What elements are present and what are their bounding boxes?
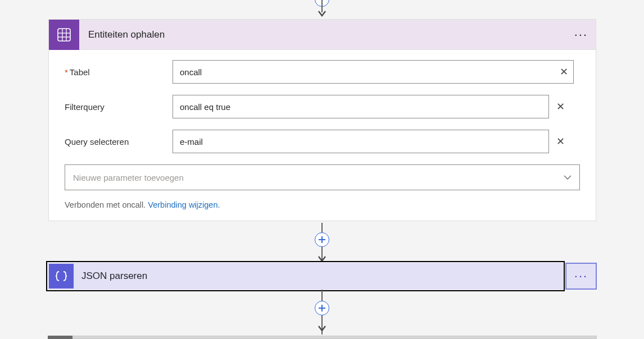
next-action-card-top[interactable] [48,336,597,339]
json-icon [49,264,74,288]
clear-icon[interactable] [560,66,568,78]
field-row-filterquery: Filterquery [65,95,580,118]
connection-status: Verbonden met oncall. Verbinding wijzige… [65,200,580,209]
selectquery-input[interactable] [173,130,549,153]
tabel-input[interactable] [173,60,574,84]
add-parameter-placeholder: Nieuwe parameter toevoegen [73,173,184,182]
field-label: *Tabel [65,67,173,77]
action-header[interactable]: JSON parseren [48,263,563,290]
arrow-down-icon [318,255,326,263]
action-menu-button[interactable]: ··· [565,263,597,290]
clear-icon[interactable] [549,130,572,153]
action-header[interactable]: Entiteiten ophalen ··· [49,20,596,50]
action-card-get-entities: Entiteiten ophalen ··· *Tabel Filterquer… [48,19,596,221]
action-title: JSON parseren [81,271,147,282]
clear-icon[interactable] [549,95,572,118]
filterquery-input[interactable] [173,95,549,118]
field-row-selectquery: Query selecteren [65,130,580,153]
field-label: Query selecteren [65,137,173,146]
svg-rect-2 [58,29,70,41]
action-title: Entiteiten ophalen [88,29,165,40]
action-card-parse-json: JSON parseren ··· [48,263,597,290]
next-action-icon-stub [48,336,72,339]
field-label: Filterquery [65,102,173,112]
action-menu-button[interactable]: ··· [574,28,588,42]
add-parameter-dropdown[interactable]: Nieuwe parameter toevoegen [65,164,580,190]
arrow-down-icon [318,324,326,332]
add-step-button[interactable] [315,301,329,315]
change-connection-link[interactable]: Verbinding wijzigen. [148,200,220,209]
arrow-down-icon [318,10,326,17]
add-step-button[interactable] [315,232,329,247]
chevron-down-icon [564,173,572,182]
table-storage-icon [49,20,79,50]
field-row-tabel: *Tabel [65,60,580,84]
